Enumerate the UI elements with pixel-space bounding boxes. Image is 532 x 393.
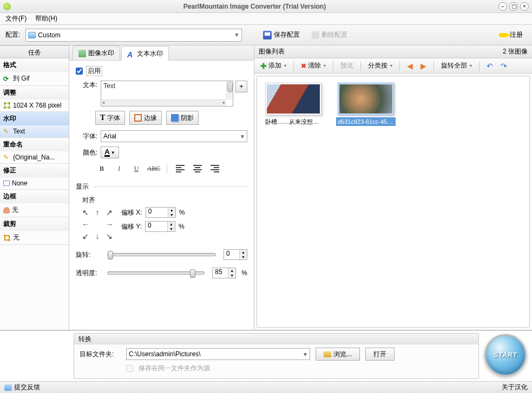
shadow-button[interactable]: 阴影 xyxy=(166,111,199,125)
browse-button[interactable]: 浏览... xyxy=(316,348,360,361)
save-config-button[interactable]: 保存配置 xyxy=(259,29,304,42)
rotate-input[interactable]: 0▲▼ xyxy=(224,249,247,260)
prev-image-button[interactable]: ◀ xyxy=(404,60,416,72)
sidebar-item-resize[interactable]: 调整 1024 X 768 pixel xyxy=(0,86,69,112)
font-family-combo[interactable]: Arial ▼ xyxy=(101,130,247,142)
add-text-button[interactable]: + xyxy=(235,81,247,92)
feedback-link[interactable]: 提交反馈 xyxy=(14,383,40,392)
svg-rect-2 xyxy=(4,106,6,109)
section-value: 无 xyxy=(13,233,19,242)
register-button[interactable]: 注册 xyxy=(495,29,527,42)
sidebar-item-watermark[interactable]: 水印 ✎Text xyxy=(0,112,69,138)
section-title: 格式 xyxy=(0,58,69,72)
redo-button[interactable]: ↷ xyxy=(498,60,510,72)
enable-checkbox[interactable] xyxy=(76,68,83,75)
menu-help[interactable]: 帮助(H) xyxy=(33,13,60,24)
sort-by-button[interactable]: 分类按▾ xyxy=(365,60,395,72)
sidebar-item-crop[interactable]: 裁剪 无 xyxy=(0,217,69,245)
opacity-slider[interactable] xyxy=(107,271,205,275)
border-button[interactable]: 边缘 xyxy=(129,111,162,125)
preview-button: 预览 xyxy=(338,60,356,72)
shadow-button-label: 阴影 xyxy=(181,114,194,123)
close-button[interactable]: × xyxy=(520,2,529,11)
color-label: 颜色: xyxy=(76,148,97,157)
strikethrough-button[interactable]: ABC xyxy=(147,163,160,175)
menu-file[interactable]: 文件(F) xyxy=(3,13,29,24)
minimize-button[interactable]: – xyxy=(498,2,507,11)
display-label: 显示 xyxy=(76,182,89,191)
offset-y-label: 偏移 Y: xyxy=(121,222,142,231)
opacity-label: 透明度: xyxy=(76,269,100,278)
shadow-icon xyxy=(171,114,179,122)
offset-x-input[interactable]: 0▲▼ xyxy=(146,207,176,218)
bold-button[interactable]: B xyxy=(95,163,108,175)
main-area: 任务 格式 ⟳到 Gif 调整 1024 X 768 pixel 水印 ✎Tex… xyxy=(0,45,532,330)
arrow-left-icon: ◀ xyxy=(407,62,413,70)
font-button[interactable]: T字体 xyxy=(95,111,125,125)
align-left-button[interactable] xyxy=(174,163,187,175)
align-right-button[interactable] xyxy=(208,163,221,175)
scrollbar-horizontal[interactable] xyxy=(101,99,226,106)
thumbnail-item[interactable]: d631c823-61cc-45cf-... xyxy=(336,83,396,321)
scrollbar-vertical[interactable] xyxy=(226,81,233,99)
sidebar-item-rename[interactable]: 重命名 ✎{Original_Na... xyxy=(0,138,69,164)
align-left[interactable]: ← xyxy=(80,219,91,230)
open-button[interactable]: 打开 xyxy=(365,348,395,361)
align-bottom[interactable]: ↓ xyxy=(92,231,103,242)
offset-x-value: 0 xyxy=(148,208,152,215)
align-top-right[interactable]: ↗ xyxy=(104,207,115,218)
config-combo[interactable]: Custom ▼ xyxy=(25,29,242,42)
clear-button[interactable]: ✖清除▾ xyxy=(298,60,329,72)
crop-icon xyxy=(3,234,11,242)
delete-config-button: 删除配置 xyxy=(308,29,351,42)
align-bottom-left[interactable]: ↙ xyxy=(80,231,91,242)
menubar: 文件(F) 帮助(H) xyxy=(0,13,532,25)
x-icon: ✖ xyxy=(301,62,306,70)
font-button-label: 字体 xyxy=(107,114,120,123)
thumbnail-item[interactable]: 卧槽……从来没想过... xyxy=(264,83,323,321)
section-title: 边框 xyxy=(0,190,69,203)
tab-image-watermark[interactable]: 图像水印 xyxy=(73,45,120,60)
tab-label: 图像水印 xyxy=(88,49,114,58)
maximize-button[interactable]: ▢ xyxy=(509,2,518,11)
align-center[interactable] xyxy=(92,219,103,230)
italic-button[interactable]: I xyxy=(113,163,126,175)
rotate-slider[interactable] xyxy=(107,253,216,256)
thumbnail-caption: 卧槽……从来没想过... xyxy=(264,117,323,126)
thumbnail-area: 卧槽……从来没想过... d631c823-61cc-45cf-... xyxy=(257,76,530,328)
sidebar-item-adjust[interactable]: 修正 None xyxy=(0,164,69,190)
dest-folder-combo[interactable]: C:\Users\admin\Pictures\ ▼ xyxy=(126,348,310,360)
open-label: 打开 xyxy=(373,350,386,359)
watermark-text-input[interactable]: Text xyxy=(101,81,233,106)
delete-config-label: 删除配置 xyxy=(321,30,347,39)
window-controls: – ▢ × xyxy=(498,2,529,11)
watermark-text-value: Text xyxy=(103,82,115,90)
align-right[interactable]: → xyxy=(104,219,115,230)
start-button[interactable]: START xyxy=(484,334,527,376)
align-bottom-right[interactable]: ↘ xyxy=(104,231,115,242)
offset-y-input[interactable]: 0▲▼ xyxy=(145,221,175,232)
underline-button[interactable]: U xyxy=(130,163,143,175)
sidebar-item-border[interactable]: 边框 无 xyxy=(0,190,69,217)
opacity-input[interactable]: 85▲▼ xyxy=(212,268,236,278)
align-top-left[interactable]: ↖ xyxy=(80,207,91,218)
percent-label: % xyxy=(179,209,185,216)
thumbnail-caption: d631c823-61cc-45cf-... xyxy=(336,117,396,126)
add-button[interactable]: ✚添加▾ xyxy=(258,60,289,72)
sidebar-item-format[interactable]: 格式 ⟳到 Gif xyxy=(0,58,69,86)
delete-icon xyxy=(312,31,319,39)
align-center-button[interactable] xyxy=(191,163,204,175)
browse-label: 浏览... xyxy=(333,350,352,359)
separator xyxy=(167,164,167,174)
align-top[interactable]: ↑ xyxy=(92,207,103,218)
tab-text-watermark[interactable]: A 文本水印 xyxy=(121,46,169,61)
rotate-all-button[interactable]: 旋转全部▾ xyxy=(438,60,475,72)
opacity-value: 85 xyxy=(215,268,222,276)
font-color-button[interactable]: A▼ xyxy=(101,146,119,158)
center-panel: 图像水印 A 文本水印 启用 文本: Text + xyxy=(69,45,254,330)
preview-label: 预览 xyxy=(340,61,353,70)
undo-button[interactable]: ↶ xyxy=(484,60,496,72)
about-link[interactable]: 关于汉化 xyxy=(502,383,528,392)
next-image-button[interactable]: ▶ xyxy=(418,60,429,72)
image-list-title: 图像列表 xyxy=(259,47,285,56)
